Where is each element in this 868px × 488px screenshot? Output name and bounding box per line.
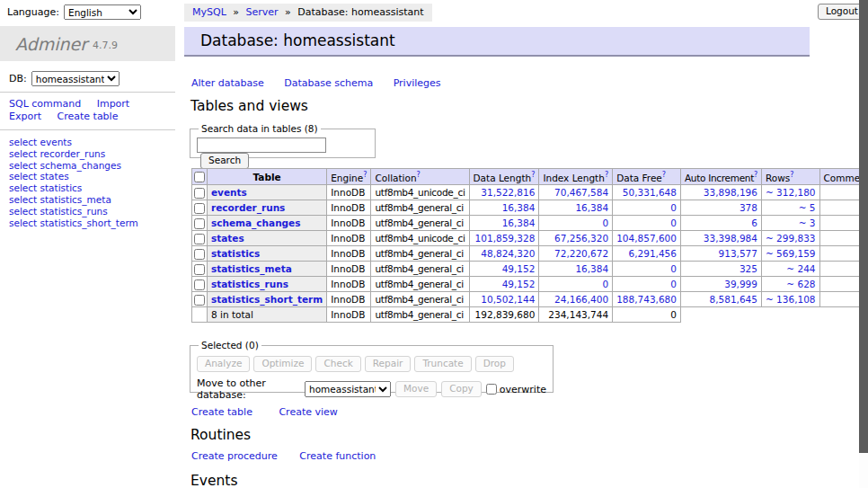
rows-count-link[interactable]: ~ 299,833 bbox=[766, 233, 816, 244]
index-length-link[interactable]: 16,384 bbox=[575, 202, 608, 213]
analyze-button[interactable]: Analyze bbox=[197, 356, 250, 372]
data-free-link[interactable]: 188,743,680 bbox=[616, 294, 677, 305]
row-checkbox[interactable] bbox=[194, 203, 205, 214]
truncate-button[interactable]: Truncate bbox=[414, 356, 471, 372]
row-checkbox[interactable] bbox=[194, 234, 205, 244]
sidebar-item-select-statistics-meta[interactable]: select statistics_meta bbox=[9, 194, 138, 206]
sidebar-item-select-statistics-runs[interactable]: select statistics_runs bbox=[9, 206, 138, 217]
auto-increment-link[interactable]: 8,581,645 bbox=[710, 294, 757, 305]
data-length-link[interactable]: 16,384 bbox=[502, 217, 536, 228]
rows-count-link[interactable]: ~ 3 bbox=[799, 217, 816, 228]
sidebar-item-select-states[interactable]: select states bbox=[9, 171, 138, 182]
data-free-link[interactable]: 0 bbox=[670, 279, 677, 289]
move-db-select[interactable]: homeassistant bbox=[305, 381, 391, 397]
privileges-link[interactable]: Privileges bbox=[394, 77, 441, 89]
create-function-link[interactable]: Create function bbox=[299, 450, 376, 462]
sidebar-item-select-statistics[interactable]: select statistics bbox=[9, 182, 138, 194]
table-name-link[interactable]: statistics_runs bbox=[211, 279, 288, 289]
index-length-link[interactable]: 0 bbox=[602, 217, 608, 228]
data-free-link[interactable]: 0 bbox=[670, 217, 677, 228]
help-link[interactable]: ? bbox=[754, 171, 757, 179]
table-name-link[interactable]: recorder_runs bbox=[211, 202, 285, 213]
repair-button[interactable]: Repair bbox=[365, 356, 412, 372]
row-checkbox[interactable] bbox=[194, 188, 205, 199]
copy-button[interactable]: Copy bbox=[441, 381, 482, 397]
sidebar-link-sql-command[interactable]: SQL command bbox=[9, 98, 81, 110]
create-view-link[interactable]: Create view bbox=[279, 406, 337, 418]
move-button[interactable]: Move bbox=[395, 381, 437, 397]
scrollbar-thumb[interactable] bbox=[859, 0, 868, 453]
index-length-link[interactable]: 16,384 bbox=[575, 263, 608, 274]
breadcrumb-link-server[interactable]: Server bbox=[246, 6, 279, 18]
table-name-link[interactable]: statistics_short_term bbox=[211, 294, 323, 305]
row-checkbox[interactable] bbox=[194, 218, 205, 229]
data-free-link[interactable]: 104,857,600 bbox=[616, 233, 677, 244]
help-link[interactable]: ? bbox=[790, 171, 793, 179]
row-checkbox[interactable] bbox=[194, 264, 205, 275]
sidebar-item-select-schema-changes[interactable]: select schema_changes bbox=[9, 160, 138, 172]
index-length-link[interactable]: 72,220,672 bbox=[554, 248, 608, 259]
rows-count-link[interactable]: ~ 569,159 bbox=[766, 248, 816, 259]
row-checkbox[interactable] bbox=[194, 295, 205, 306]
auto-increment-link[interactable]: 33,398,984 bbox=[704, 233, 757, 244]
data-free-link[interactable]: 50,331,648 bbox=[623, 187, 677, 198]
db-select[interactable]: homeassistant bbox=[31, 71, 120, 86]
rows-count-link[interactable]: ~ 244 bbox=[786, 263, 815, 274]
search-input[interactable] bbox=[197, 138, 326, 153]
auto-increment-link[interactable]: 6 bbox=[751, 217, 757, 228]
drop-button[interactable]: Drop bbox=[475, 356, 514, 372]
sidebar-item-select-statistics-short-term[interactable]: select statistics_short_term bbox=[9, 217, 138, 229]
help-link[interactable]: ? bbox=[662, 171, 666, 179]
breadcrumb-link-mysql[interactable]: MySQL bbox=[192, 6, 226, 18]
index-length-link[interactable]: 0 bbox=[602, 279, 608, 289]
auto-increment-link[interactable]: 33,898,196 bbox=[704, 187, 757, 198]
help-link[interactable]: ? bbox=[605, 171, 608, 179]
database-schema-link[interactable]: Database schema bbox=[284, 77, 373, 89]
index-length-link[interactable]: 70,467,584 bbox=[554, 187, 608, 198]
data-length-link[interactable]: 49,152 bbox=[502, 279, 536, 289]
data-length-link[interactable]: 10,502,144 bbox=[481, 294, 535, 305]
table-name-link[interactable]: statistics_meta bbox=[211, 263, 292, 274]
create-procedure-link[interactable]: Create procedure bbox=[191, 450, 278, 462]
auto-increment-link[interactable]: 378 bbox=[740, 202, 757, 213]
vertical-scrollbar[interactable] bbox=[859, 0, 868, 488]
sidebar-link-create-table[interactable]: Create table bbox=[58, 111, 119, 122]
optimize-button[interactable]: Optimize bbox=[253, 356, 312, 372]
data-free-link[interactable]: 6,291,456 bbox=[629, 248, 677, 259]
help-link[interactable]: ? bbox=[363, 171, 367, 179]
sidebar-item-select-events[interactable]: select events bbox=[9, 137, 138, 148]
data-length-link[interactable]: 101,859,328 bbox=[475, 233, 536, 244]
sidebar-link-export[interactable]: Export bbox=[9, 111, 41, 122]
table-name-link[interactable]: events bbox=[211, 187, 247, 198]
data-length-link[interactable]: 16,384 bbox=[502, 202, 536, 213]
rows-count-link[interactable]: ~ 628 bbox=[786, 279, 815, 289]
data-length-link[interactable]: 48,824,320 bbox=[481, 248, 535, 259]
table-name-link[interactable]: schema_changes bbox=[211, 217, 301, 228]
create-table-link[interactable]: Create table bbox=[191, 406, 252, 418]
table-name-link[interactable]: states bbox=[211, 233, 244, 244]
index-length-link[interactable]: 24,166,400 bbox=[554, 294, 608, 305]
data-free-link[interactable]: 0 bbox=[670, 202, 677, 213]
data-length-link[interactable]: 31,522,816 bbox=[481, 187, 535, 198]
row-checkbox[interactable] bbox=[194, 249, 205, 260]
alter-database-link[interactable]: Alter database bbox=[191, 77, 264, 89]
help-link[interactable]: ? bbox=[417, 171, 421, 179]
auto-increment-link[interactable]: 325 bbox=[740, 263, 757, 274]
rows-count-link[interactable]: ~ 136,108 bbox=[766, 294, 816, 305]
help-link[interactable]: ? bbox=[531, 171, 535, 179]
rows-count-link[interactable]: ~ 5 bbox=[799, 202, 816, 213]
table-name-link[interactable]: statistics bbox=[211, 248, 260, 259]
row-checkbox[interactable] bbox=[194, 279, 205, 290]
index-length-link[interactable]: 67,256,320 bbox=[554, 233, 608, 244]
sidebar-item-select-recorder-runs[interactable]: select recorder_runs bbox=[9, 148, 138, 160]
language-select[interactable]: English bbox=[64, 4, 141, 20]
check-button[interactable]: Check bbox=[315, 356, 360, 372]
data-free-link[interactable]: 0 bbox=[670, 263, 677, 274]
search-button[interactable]: Search bbox=[200, 153, 249, 169]
auto-increment-link[interactable]: 39,999 bbox=[724, 279, 757, 289]
sidebar-link-import[interactable]: Import bbox=[97, 98, 130, 110]
select-all-checkbox[interactable] bbox=[194, 172, 205, 182]
auto-increment-link[interactable]: 913,577 bbox=[719, 248, 757, 259]
rows-count-link[interactable]: ~ 312,180 bbox=[766, 187, 816, 198]
data-length-link[interactable]: 49,152 bbox=[502, 263, 536, 274]
